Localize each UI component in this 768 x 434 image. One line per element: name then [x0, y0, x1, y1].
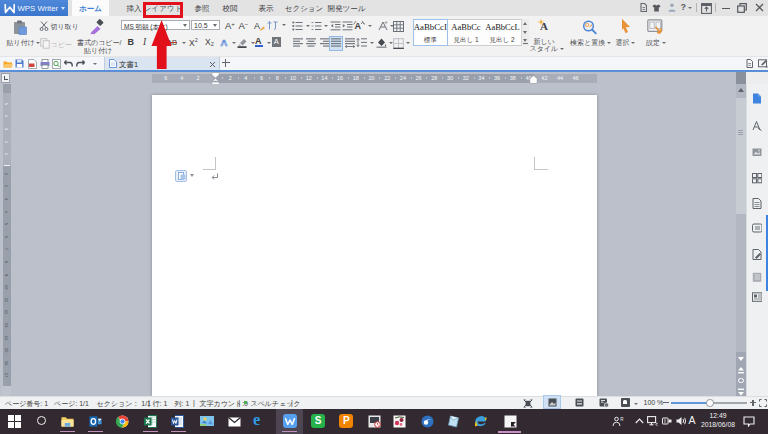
svg-text:R: R: [620, 416, 624, 421]
